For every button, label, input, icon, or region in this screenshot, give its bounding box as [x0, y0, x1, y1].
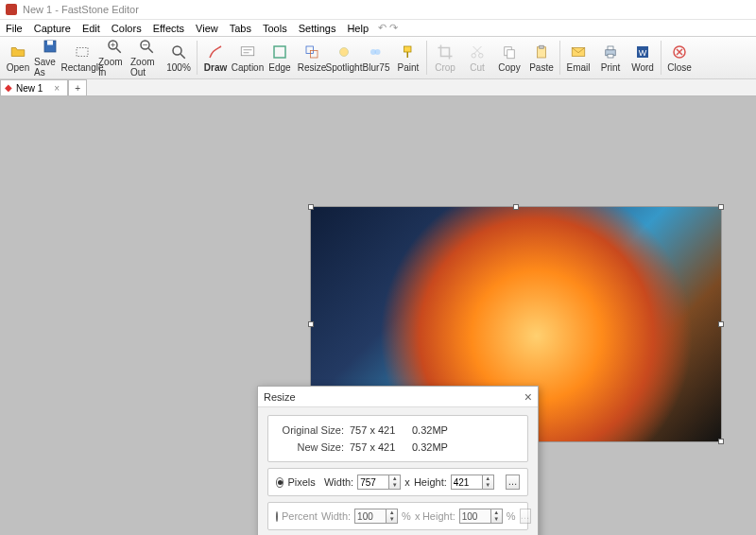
x-sep: x [415, 510, 419, 522]
height-px-spinner[interactable]: ▲▼ [451, 475, 494, 490]
dialog-body: Original Size: 757 x 421 0.32MP New Size… [258, 407, 538, 535]
menu-tabs[interactable]: Tabs [224, 23, 257, 34]
resize-handle[interactable] [513, 204, 519, 210]
undo-redo-icon[interactable]: ↶ ↷ [374, 22, 404, 34]
menu-colors[interactable]: Colors [106, 23, 147, 34]
toolbar-spotlight-button[interactable]: Spotlight [328, 38, 360, 78]
tab-add-button[interactable]: + [68, 79, 87, 95]
toolbar-label: Resize [298, 62, 327, 73]
menu-effects[interactable]: Effects [147, 23, 190, 34]
toolbar-label: Cut [470, 62, 485, 73]
paint-icon [400, 43, 417, 60]
toolbar-label: Crop [435, 62, 455, 73]
toolbar-blur75-button[interactable]: Blur75 [360, 38, 392, 78]
svg-rect-28 [507, 49, 515, 58]
document-tab[interactable]: ◆ New 1 × [0, 79, 68, 95]
pixels-radio[interactable] [276, 477, 284, 488]
svg-rect-30 [540, 45, 544, 48]
toolbar-paste-button[interactable]: Paste [525, 38, 558, 78]
svg-rect-16 [306, 46, 314, 54]
menu-view[interactable]: View [190, 23, 224, 34]
toolbar-separator [426, 41, 427, 75]
word-icon: W [634, 43, 651, 60]
toolbar-label: Word [631, 62, 654, 73]
toolbar-open-button[interactable]: Open [2, 38, 34, 78]
svg-line-8 [148, 48, 153, 53]
new-size-label: New Size: [276, 441, 344, 453]
toolbar-label: Caption [232, 62, 264, 73]
menu-bar: FileCaptureEditColorsEffectsViewTabsTool… [0, 19, 756, 36]
zin-icon [106, 38, 123, 55]
resize-dialog: Resize × Original Size: 757 x 421 0.32MP… [257, 386, 539, 535]
new-size-value: 757 x 421 [350, 441, 406, 453]
toolbar-label: Spotlight [326, 62, 363, 73]
toolbar-print-button[interactable]: Print [594, 38, 627, 78]
svg-rect-21 [404, 46, 412, 52]
spinner-arrows-icon[interactable]: ▲▼ [483, 475, 494, 490]
unsaved-dot-icon: ◆ [5, 83, 12, 93]
toolbar-email-button[interactable]: Email [562, 38, 594, 78]
width-px-input[interactable] [357, 475, 389, 490]
toolbar-label: Close [667, 62, 692, 73]
svg-rect-15 [274, 46, 285, 58]
toolbar-edge-button[interactable]: Edge [264, 38, 296, 78]
tab-bar: ◆ New 1 × + [0, 79, 756, 96]
pct-sign: % [402, 510, 411, 522]
spot-icon [335, 43, 352, 60]
resize-handle[interactable] [308, 204, 314, 210]
resize-handle[interactable] [718, 439, 724, 444]
copy-icon [501, 43, 518, 60]
draw-icon [207, 43, 224, 60]
dialog-titlebar[interactable]: Resize × [258, 387, 538, 407]
x-sep: x [404, 476, 410, 488]
toolbar-zoom-in-button[interactable]: Zoom In [98, 38, 130, 78]
tab-close-icon[interactable]: × [54, 83, 60, 94]
toolbar-copy-button[interactable]: Copy [493, 38, 525, 78]
toolbar-rectangle-button[interactable]: Rectangle [66, 38, 98, 78]
menu-settings[interactable]: Settings [293, 23, 342, 34]
toolbar-label: Zoom In [98, 57, 130, 78]
menu-help[interactable]: Help [341, 23, 374, 34]
resize-handle[interactable] [718, 321, 724, 327]
svg-point-10 [173, 46, 181, 55]
toolbar-close-button[interactable]: Close [663, 38, 696, 78]
dialog-close-icon[interactable]: × [524, 389, 532, 405]
percent-label: Percent [282, 510, 318, 522]
app-icon [6, 4, 17, 15]
height-px-input[interactable] [451, 475, 483, 490]
toolbar-label: Open [7, 62, 29, 73]
toolbar-caption-button[interactable]: Caption [232, 38, 264, 78]
menu-file[interactable]: File [0, 23, 28, 34]
window-title: New 1 - FastStone Editor [23, 4, 139, 15]
toolbar-word-button[interactable]: WWord [627, 38, 659, 78]
toolbar-100%-button[interactable]: 100% [163, 38, 195, 78]
toolbar-paint-button[interactable]: Paint [392, 38, 424, 78]
menu-edit[interactable]: Edit [77, 23, 106, 34]
print-icon [602, 43, 619, 60]
zout-icon [138, 38, 155, 55]
canvas-area[interactable]: Resize × Original Size: 757 x 421 0.32MP… [0, 96, 756, 535]
toolbar-resize-button[interactable]: Resize [296, 38, 328, 78]
toolbar-zoom-out-button[interactable]: Zoom Out [130, 38, 163, 78]
width-px-spinner[interactable]: ▲▼ [357, 475, 401, 490]
percent-radio[interactable] [276, 511, 278, 522]
width-label: Width: [321, 510, 351, 522]
tab-label: New 1 [16, 83, 43, 94]
edge-icon [271, 43, 288, 60]
spinner-arrows-icon[interactable]: ▲▼ [389, 475, 401, 490]
toolbar-label: Paste [529, 62, 554, 73]
svg-point-20 [375, 49, 381, 55]
menu-tools[interactable]: Tools [257, 23, 293, 34]
toolbar-label: Print [601, 62, 621, 73]
pct-sign: % [507, 510, 516, 522]
toolbar-label: Copy [498, 62, 520, 73]
svg-text:W: W [639, 47, 647, 57]
toolbar-draw-button[interactable]: Draw [199, 38, 232, 78]
resize-handle[interactable] [308, 321, 314, 327]
resize-handle[interactable] [718, 204, 724, 210]
blur-icon [368, 43, 385, 60]
height-pc-spinner: ▲▼ [459, 509, 503, 524]
menu-capture[interactable]: Capture [28, 23, 77, 34]
pixels-panel: Pixels Width: ▲▼ x Height: ▲▼ [267, 468, 528, 496]
more-pixels-button[interactable]: … [506, 475, 520, 490]
